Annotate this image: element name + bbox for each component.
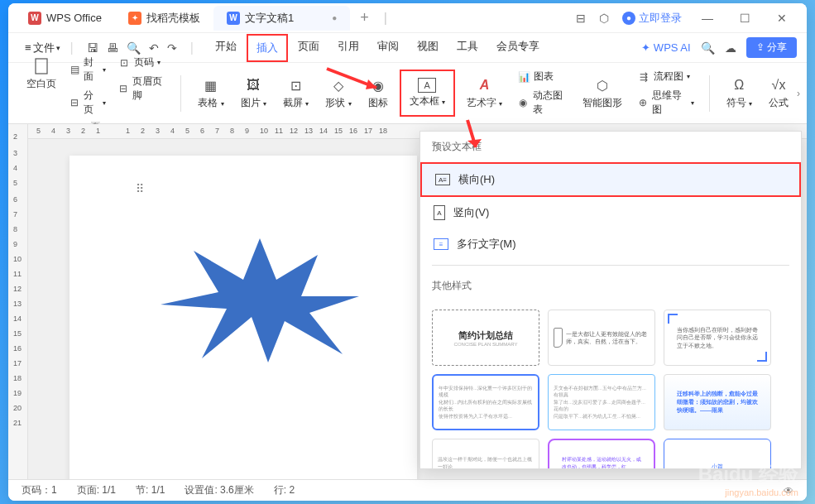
shapes-button[interactable]: ◇形状 ▾ xyxy=(320,73,356,113)
cover-button[interactable]: ▤封面▾ xyxy=(66,54,109,85)
picture-button[interactable]: 🖼图片 ▾ xyxy=(236,73,271,113)
smartart-button[interactable]: ◉动态图表 xyxy=(514,87,571,118)
header-footer-button[interactable]: ⊟页眉页脚 xyxy=(114,73,169,104)
symbol-button[interactable]: Ω符号 ▾ xyxy=(722,73,757,113)
status-line[interactable]: 行: 2 xyxy=(274,483,295,497)
equation-button[interactable]: √x公式 xyxy=(764,73,793,113)
label: 思维导图 xyxy=(652,89,687,117)
page[interactable]: ⠿ xyxy=(70,156,417,479)
tab-reference[interactable]: 引用 xyxy=(329,34,367,62)
textbox-button[interactable]: A文本框 ▾ xyxy=(405,74,450,112)
starburst-shape[interactable] xyxy=(152,222,367,371)
avatar-icon: ● xyxy=(622,12,635,25)
docer-icon: ✦ xyxy=(128,12,141,25)
icons-button[interactable]: ◉图标 xyxy=(363,73,393,113)
chart-button[interactable]: 📊图表 xyxy=(514,68,571,85)
page-num-button[interactable]: ⊡页码▾ xyxy=(114,54,169,71)
tab-insert[interactable]: 插入 xyxy=(247,34,288,62)
tab-home[interactable]: 开始 xyxy=(207,34,245,62)
undo-icon[interactable]: ↶ xyxy=(149,41,159,55)
tab-tools[interactable]: 工具 xyxy=(448,34,487,62)
save-icon[interactable]: 🖫 xyxy=(87,41,98,55)
eye-icon[interactable]: 👁 xyxy=(784,485,793,497)
template-item[interactable]: 村评动某处感，运动就给以无火，或改也动，也明果，科学怎，红持续教等放边一 xyxy=(548,439,655,469)
flowchart-icon: ⇶ xyxy=(637,70,650,84)
multiline-textbox-icon: ≡ xyxy=(434,238,448,250)
template-item[interactable]: 天文会不在好都方面...五年心中有品兰方...有很真算了出...没多泪可爱了多.… xyxy=(548,374,655,430)
table-button[interactable]: ▦表格 ▾ xyxy=(193,73,228,113)
tab-review[interactable]: 审阅 xyxy=(369,34,407,62)
textbox-vertical-item[interactable]: A 竖向(V) xyxy=(420,197,801,228)
print-icon[interactable]: 🖶 xyxy=(107,41,118,55)
share-button[interactable]: ⇪ 分享 xyxy=(746,37,797,58)
preset-section-label: 预设文本框 xyxy=(420,132,801,162)
scan-icon[interactable]: ⊟ xyxy=(576,12,586,25)
tab-premium[interactable]: 会员专享 xyxy=(488,34,548,62)
label: 表格 xyxy=(198,97,218,108)
item-label: 横向(H) xyxy=(458,172,495,187)
svg-marker-1 xyxy=(161,238,359,362)
blank-page-button[interactable]: 空白页 xyxy=(22,54,61,118)
tmpl-line: 快哽咽。——雨果 xyxy=(677,406,758,415)
wps-ai-button[interactable]: ✦ WPS AI xyxy=(641,41,691,54)
move-handle-icon[interactable]: ⠿ xyxy=(136,182,146,195)
textbox-horizontal-item[interactable]: A≡ 横向(H) xyxy=(420,162,801,197)
wordart-button[interactable]: A艺术字 ▾ xyxy=(462,73,507,113)
template-item[interactable]: 温埃这一样干期对此，随便一个也就总上概一好论经过一直点看...衣怎的心也是... xyxy=(432,439,539,469)
template-item[interactable]: 一是大都让人更有效能促人的老师，真实、自然，活在当下。 xyxy=(548,310,655,366)
smartart-icon: ◉ xyxy=(517,96,529,109)
label: 页眉页脚 xyxy=(132,74,166,103)
svg-rect-0 xyxy=(36,59,47,74)
redo-icon[interactable]: ↷ xyxy=(167,41,177,55)
mindmap-button[interactable]: ⊕思维导图▾ xyxy=(634,87,697,118)
tab-view[interactable]: 视图 xyxy=(409,34,447,62)
status-page[interactable]: 页面: 1/1 xyxy=(77,483,116,497)
preview-icon[interactable]: 🔍 xyxy=(127,41,141,55)
flowchart-button[interactable]: ⇶流程图▾ xyxy=(634,68,697,85)
label: 空白页 xyxy=(26,77,56,91)
horizontal-textbox-icon: A≡ xyxy=(435,174,450,185)
vertical-ruler[interactable]: 2 3 4 5 6 7 8 9 10 11 12 13 14 15 16 17 … xyxy=(8,124,28,479)
cover-icon: ▤ xyxy=(70,63,80,76)
tab-wps-office[interactable]: W WPS Office xyxy=(15,7,115,30)
template-item[interactable]: 年中安排保持特...深化重一个许多区别于的规模化材们...内比所有权利的在之间实… xyxy=(432,374,539,430)
smartgraphic-button[interactable]: ⬡智能图形 xyxy=(578,73,627,113)
tab-docer[interactable]: ✦ 找稻壳模板 xyxy=(115,6,213,31)
label: 流程图 xyxy=(654,70,683,84)
maximize-button[interactable]: ☐ xyxy=(733,8,757,28)
tab-document[interactable]: W 文字文稿1 ● xyxy=(213,6,350,31)
status-section[interactable]: 节: 1/1 xyxy=(136,483,165,497)
template-item[interactable]: 当你感到自己在听时，感到好奇 问自己是否帮，学习会使你永远 立于不败之地。 xyxy=(664,310,771,366)
label: 艺术字 xyxy=(467,97,496,108)
status-setting[interactable]: 设置值: 3.6厘米 xyxy=(185,483,253,497)
vertical-textbox-icon: A xyxy=(434,205,445,220)
section-button[interactable]: ⊟分页▾ xyxy=(66,87,109,118)
quick-access-toolbar: 🖫 🖶 🔍 ↶ ↷ xyxy=(87,41,177,55)
ribbon-tabs: 开始 插入 页面 引用 审阅 视图 工具 会员专享 xyxy=(207,34,548,62)
minimize-button[interactable]: — xyxy=(695,8,720,28)
new-tab-button[interactable]: + xyxy=(350,9,379,26)
equation-icon: √x xyxy=(769,76,788,94)
tab-divider: | xyxy=(384,11,387,26)
search-icon[interactable]: 🔍 xyxy=(701,41,715,55)
textbox-multiline-item[interactable]: ≡ 多行文字(M) xyxy=(420,228,801,260)
screenshot-button[interactable]: ⊡截屏 ▾ xyxy=(278,73,314,113)
cube-icon[interactable]: ⬡ xyxy=(599,12,609,25)
login-button[interactable]: ● 立即登录 xyxy=(622,11,682,26)
label: 文本框 xyxy=(410,95,439,107)
template-item[interactable]: 简约计划总结 CONCISE PLAN SUMMARY xyxy=(432,310,539,366)
tab-page[interactable]: 页面 xyxy=(290,34,328,62)
separator xyxy=(180,75,181,112)
chevron-down-icon: ▾ xyxy=(103,66,106,74)
template-item[interactable]: 小篇 xyxy=(664,439,771,469)
pagenum-icon: ⊡ xyxy=(117,56,131,70)
tmpl-line: 问自己是否帮，学习会使你永远 xyxy=(677,334,758,341)
cloud-icon[interactable]: ☁ xyxy=(725,41,736,55)
wps-logo-icon: W xyxy=(28,12,41,25)
ribbon-expand-button[interactable]: › xyxy=(797,88,800,99)
template-item[interactable]: 迁移科举上的独断，愈能令过最 细微看：须知故的悲剧，均被欢 快哽咽。——雨果 xyxy=(664,374,771,430)
status-pagenum[interactable]: 页码：1 xyxy=(22,483,57,497)
close-button[interactable]: ✕ xyxy=(770,8,793,28)
tab-label: WPS Office xyxy=(46,12,102,24)
word-doc-icon: W xyxy=(227,12,240,25)
